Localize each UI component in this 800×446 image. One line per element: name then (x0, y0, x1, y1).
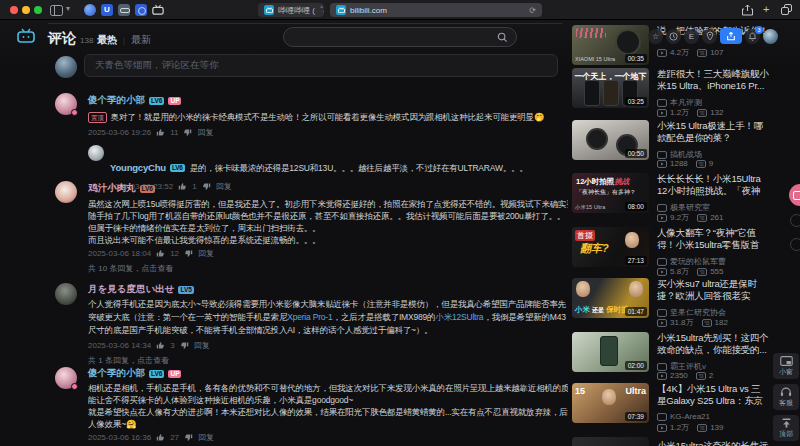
video-thumbnail[interactable]: 12小时拍照挑战 「夜神长焦」有多神？ 小米15 Ultra 08:00 (572, 173, 649, 213)
dislike-icon[interactable] (180, 341, 189, 350)
extension-circle-icon[interactable] (135, 4, 147, 16)
minimize-window-button[interactable] (22, 6, 30, 14)
view-replies-link[interactable]: 共 10 条回复，点击查看 (88, 263, 562, 273)
inline-link[interactable]: Xperia Pro-1 (287, 312, 332, 322)
notification-bell-icon[interactable]: 3 (745, 29, 760, 44)
view-count: 1.2万 (670, 107, 689, 118)
video-card[interactable]: 小米 还是 保时捷? 01:47 买小米su7 ultra还是保时捷？欧洲人回答… (571, 278, 769, 330)
danmaku-icon (696, 372, 706, 380)
thumbnail-person (629, 281, 643, 297)
back-to-top-button[interactable]: 顶部 (773, 415, 799, 441)
like-icon[interactable] (156, 249, 165, 258)
video-title[interactable]: 小米15ultra先别买！这四个致命的缺点，你能接受的... (657, 332, 769, 356)
bilibili-tv-logo-icon[interactable] (17, 28, 35, 43)
dislike-icon[interactable] (184, 249, 193, 258)
history-clock-icon[interactable] (666, 29, 681, 44)
my-avatar[interactable] (55, 56, 77, 78)
avatar[interactable] (88, 145, 104, 161)
promo-floating-badge[interactable] (789, 184, 800, 206)
customer-service-button[interactable]: 客服 (773, 384, 799, 410)
reply-button[interactable]: 回复 (197, 127, 213, 138)
reply-button[interactable]: 回复 (198, 248, 214, 259)
extension-u-icon[interactable]: U (101, 4, 113, 16)
tab-bilibili[interactable]: 哔哩哔哩 (゜-゜)... (258, 3, 324, 17)
tab-overview-icon[interactable] (781, 4, 792, 15)
reload-icon[interactable]: ⟳ (529, 6, 536, 15)
username[interactable]: 傻个季的小部 (88, 367, 145, 380)
sort-new-tab[interactable]: 最新 (131, 33, 151, 47)
like-icon[interactable] (156, 341, 165, 350)
video-card[interactable]: 小米15ultra这夸张的长焦远 (571, 437, 769, 446)
sidebar-toggle-icon[interactable] (50, 5, 63, 16)
video-card[interactable]: 02:00 小米15ultra先别买！这四个致命的缺点，你能接受的... 霸王评… (571, 332, 769, 384)
share-button[interactable] (720, 28, 742, 44)
dislike-icon[interactable] (183, 128, 192, 137)
video-thumbnail[interactable]: 02:00 (572, 332, 649, 372)
like-count: 12 (170, 249, 179, 258)
play-count-icon (657, 372, 667, 380)
floating-circle-button[interactable] (790, 238, 800, 251)
extension-glasses-icon[interactable] (118, 4, 130, 16)
search-icon[interactable] (497, 32, 508, 43)
address-bar[interactable]: bilibili.com ⟳ (330, 3, 542, 17)
video-thumbnail[interactable]: XIAOMI 15 Ultra 00:35 (572, 25, 649, 65)
comment-text: 人像效果~🤗 (88, 418, 568, 430)
sort-divider: | (123, 36, 125, 45)
zoom-window-button[interactable] (34, 6, 42, 14)
video-card[interactable]: 12小时拍照挑战 「夜神长焦」有多神？ 小米15 Ultra 08:00 长长长… (571, 173, 769, 225)
video-card[interactable]: 一个天上，一个地下 03:25 差距很大！三大巅峰旗舰小米15 Ultra、iP… (571, 68, 769, 120)
username[interactable]: 鸡汁小肉丸 (88, 182, 136, 195)
mini-player-button[interactable]: 小窗 (773, 353, 799, 379)
like-icon[interactable] (156, 128, 165, 137)
video-title[interactable]: 差距很大！三大巅峰旗舰小米15 Ultra、iPhone16 Pr... (657, 68, 769, 92)
floating-circle-button[interactable] (790, 214, 800, 227)
video-thumbnail[interactable] (572, 437, 649, 446)
comment-input[interactable]: 天青色等烟雨，评论区在等你 (84, 54, 558, 77)
reply-button[interactable]: 回复 (198, 432, 214, 443)
video-card[interactable]: 00:50 小米15 Ultra极速上手！哪款配色是你的菜？ 搞机战场 1288… (571, 120, 769, 172)
video-title[interactable]: 长长长长长！小米15Ultra 12小时拍照挑战。「夜神长... (657, 173, 769, 197)
like-icon[interactable] (156, 433, 165, 442)
video-card[interactable]: 首摄 翻车? 27:13 人像大翻车？“夜神”它值得！小米15ultra零售版首… (571, 227, 769, 279)
video-thumbnail[interactable]: 15 Ultra 07:39 (572, 383, 649, 423)
profile-avatar[interactable] (763, 29, 778, 44)
username[interactable]: 月を見る度思い出せ (88, 283, 174, 296)
avatar[interactable] (55, 93, 77, 115)
avatar[interactable] (55, 367, 77, 389)
search-input[interactable] (283, 27, 517, 47)
dislike-icon[interactable] (184, 433, 193, 442)
video-duration: 01:47 (625, 307, 647, 316)
favorite-star-icon[interactable]: ☆ (648, 29, 663, 44)
level-badge: LV5 (178, 286, 193, 294)
reply-button[interactable]: 回复 (194, 340, 210, 351)
video-title[interactable]: 人像大翻车？“夜神”它值得！小米15ultra零售版首拍... (657, 227, 769, 251)
uploader-name[interactable]: KG-Area21 (670, 412, 710, 421)
username[interactable]: 傻个季的小部 (88, 94, 145, 107)
extension-tv-icon[interactable] (152, 4, 164, 16)
play-count-icon (657, 268, 667, 276)
username[interactable]: YoungcyChu (110, 162, 166, 174)
video-card[interactable]: 15 Ultra 07:39 【4K】小米15 Ultra vs 三星Galax… (571, 383, 769, 435)
uploader-icon (657, 413, 667, 421)
new-tab-icon[interactable]: + (763, 4, 769, 15)
share-page-icon[interactable] (742, 4, 753, 16)
video-thumbnail[interactable]: 00:50 (572, 120, 649, 160)
video-thumbnail[interactable]: 一个天上，一个地下 03:25 (572, 68, 649, 108)
comment-date: 2025-03-06 14:34 (88, 341, 151, 350)
sort-hot-tab[interactable]: 最热 (97, 33, 117, 47)
extension-browser-icon[interactable] (84, 4, 96, 16)
video-thumbnail[interactable]: 小米 还是 保时捷? 01:47 (572, 278, 649, 318)
close-window-button[interactable] (10, 6, 18, 14)
video-title[interactable]: 买小米su7 ultra还是保时捷？欧洲人回答很老实 (657, 278, 769, 302)
video-title[interactable]: 【4K】小米15 Ultra vs 三星Galaxy S25 Ultra：东京拍… (657, 383, 769, 407)
e-badge-icon[interactable]: E (684, 29, 699, 44)
view-replies-link[interactable]: 共 1 条回复，点击查看 (88, 355, 562, 365)
video-title[interactable]: 小米15 Ultra极速上手！哪款配色是你的菜？ (657, 120, 769, 144)
sidebar-chevron-icon[interactable]: ▾ (66, 4, 70, 13)
video-thumbnail[interactable]: 首摄 翻车? 27:13 (572, 227, 649, 267)
video-title[interactable]: 小米15ultra这夸张的长焦远 (657, 440, 769, 446)
avatar[interactable] (55, 283, 77, 305)
inline-link[interactable]: 小米12SUltra (435, 312, 483, 322)
avatar[interactable] (55, 181, 77, 203)
location-pin-icon[interactable] (702, 29, 717, 44)
